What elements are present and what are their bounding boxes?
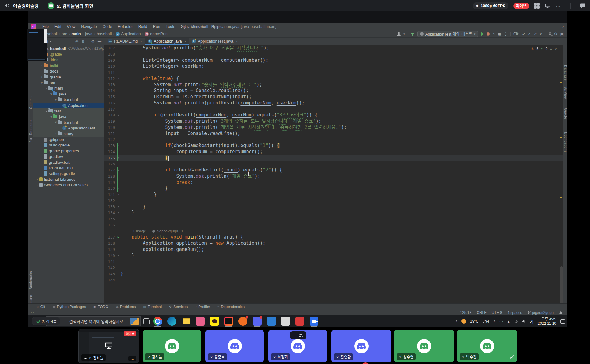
menu-refactor[interactable]: Refactor [115, 24, 136, 29]
stream-tile[interactable]: 라이브2. 김하늘… [78, 329, 139, 363]
expanded-arrow-icon[interactable]: ∨ [54, 98, 58, 101]
code-line[interactable]: 116 System.out.println(printResult(compu… [104, 100, 563, 106]
collapsed-arrow-icon[interactable]: › [40, 75, 44, 78]
build-hammer-icon[interactable] [411, 32, 415, 36]
breadcrumb-item[interactable]: src [62, 32, 67, 36]
ime-indicator[interactable]: 가 [530, 318, 534, 324]
code-line[interactable]: 129 break; [104, 180, 563, 186]
code-line[interactable]: 130∧ } [104, 185, 563, 192]
taskbar-search-input[interactable]: 검색하려면 여기에 입력하십시오 [46, 316, 141, 326]
tile-more-button[interactable]: … [128, 356, 136, 361]
code-line[interactable]: 140∧ } [104, 253, 563, 259]
expanded-arrow-icon[interactable]: ∨ [49, 92, 53, 95]
volume-icon[interactable] [522, 319, 526, 324]
menu-edit[interactable]: Edit [52, 24, 64, 29]
fold-marker-icon[interactable]: ∨ [116, 112, 120, 118]
tree-item-external-libraries[interactable]: ›External Libraries [33, 176, 104, 182]
fold-marker-icon[interactable]: ∨ [116, 143, 120, 149]
file-explorer-icon[interactable] [182, 317, 191, 326]
code-line[interactable]: 120 System.out.println("게임을 새로 시작하려면 1, … [104, 125, 563, 131]
streamer-avatar[interactable] [48, 2, 54, 9]
code-line[interactable]: 121 input = Console.readLine(); [104, 131, 563, 137]
code-editor[interactable]: 107 System.out.println("숫자 야구 게임을 시작합니다.… [104, 45, 563, 303]
run-button[interactable] [481, 32, 484, 36]
code-line[interactable]: 113 System.out.print("숫자를 입력해주세요 : "); [104, 82, 563, 88]
stripe-sciview[interactable]: SciView [564, 87, 567, 99]
collapse-all-icon[interactable]: ⇅ [82, 39, 85, 44]
code-line[interactable]: 137▶ public static void main(String[] ar… [104, 234, 563, 240]
tree-item-main[interactable]: ∨main [33, 86, 104, 91]
close-tab-icon[interactable]: × [184, 40, 186, 43]
code-line[interactable]: 112∨ while(true) { [104, 76, 563, 82]
code-line[interactable]: 132 [104, 198, 563, 204]
tree-item-settings-gradle[interactable]: settings.gradle [33, 171, 104, 176]
blue-app-icon[interactable] [267, 317, 276, 326]
search-icon[interactable] [549, 32, 551, 35]
tray-chevron[interactable]: ∧ [493, 320, 495, 323]
code-line[interactable]: 117 [104, 106, 563, 112]
error-stripe-mark[interactable] [560, 82, 562, 83]
tree-item-gradle[interactable]: ›gradle [33, 74, 104, 80]
tree-item-study[interactable]: ›study [33, 131, 104, 137]
run-configuration-select[interactable]: ApplicationTest.예외_테스트▾ [417, 31, 478, 37]
participants-collapse-pill[interactable]: ⌄ [290, 331, 306, 339]
participant-tile[interactable]: 2. 전승환 [331, 330, 391, 362]
line-ending-indicator[interactable]: CRLF [477, 311, 486, 315]
code-line[interactable]: 133∧ } [104, 204, 563, 210]
code-line[interactable]: 114 String input = Console.readLine(); [104, 88, 563, 94]
video-call-icon[interactable] [310, 317, 318, 326]
code-line[interactable]: 135 [104, 216, 563, 222]
code-line[interactable]: 136 [104, 222, 563, 228]
collapsed-arrow-icon[interactable]: › [40, 64, 44, 67]
tab-readme-md[interactable]: MDREADME.md× [105, 38, 145, 45]
code-line[interactable]: 122 [104, 137, 563, 143]
code-line[interactable]: 138 Application application = new Applic… [104, 240, 563, 247]
code-line[interactable]: 131∧ } [104, 192, 563, 198]
task-view-icon[interactable] [143, 318, 149, 324]
weather-desc[interactable]: 맑음 [483, 319, 489, 324]
code-line[interactable]: 118∨ if(printResult(computerNum, userNum… [104, 112, 563, 118]
tree-item-java[interactable]: ∨java [33, 91, 104, 97]
orange-app-icon[interactable] [238, 317, 247, 326]
stripe-gradle[interactable]: Gradle [564, 108, 567, 119]
code-line[interactable]: 126 [104, 161, 563, 167]
menu-tools[interactable]: Tools [163, 24, 178, 29]
toolwindow-problems[interactable]: ⚠Problems [116, 305, 136, 309]
toolwindow-git[interactable]: ◇Git [36, 305, 45, 309]
fold-marker-icon[interactable]: ∨ [116, 76, 120, 82]
fold-marker-icon[interactable]: ∨ [116, 167, 120, 173]
breadcrumb-item[interactable]: main [71, 32, 81, 36]
fold-marker-icon[interactable]: ∧ [116, 204, 120, 210]
tree-item-baseball[interactable]: ∨baseball [33, 120, 104, 125]
tree-item-applicationtest[interactable]: CApplicationTest [33, 125, 104, 131]
more-actions-icon[interactable]: ⋮ [504, 32, 508, 36]
weather-temp[interactable]: 19°C [470, 319, 478, 324]
edge-icon[interactable] [167, 317, 176, 326]
menu-view[interactable]: View [64, 24, 78, 29]
inspections-widget[interactable]: ⚠5 ≈9 ∧ ∨ [531, 47, 557, 51]
toolwindow-todo[interactable]: ▣TODO [93, 305, 108, 309]
debug-button[interactable] [487, 32, 490, 36]
notifications-bell-icon[interactable] [559, 311, 563, 315]
code-line[interactable]: 107 System.out.println("숫자 야구 게임을 시작합니다.… [104, 45, 563, 51]
tree-item-gradle-properties[interactable]: gradle.properties [33, 148, 104, 154]
display-icon[interactable]: ▭ [499, 319, 503, 323]
tab-applicationtest-java[interactable]: CApplicationTest.java× [189, 38, 240, 45]
tree-item-application[interactable]: CApplication [33, 103, 104, 108]
chat-icon[interactable] [580, 3, 586, 9]
fold-marker-icon[interactable]: ∧ [116, 185, 120, 192]
code-line[interactable]: 143} [104, 271, 563, 277]
editor-scrollbar[interactable] [560, 266, 563, 303]
tree-item-test[interactable]: ∨test [33, 108, 104, 114]
tree-item-scratches-and-consoles[interactable]: ›Scratches and Consoles [33, 182, 104, 188]
git-branch[interactable]: pigeon2gugu [528, 311, 554, 315]
toolwindow-dependencies[interactable]: ≡Dependencies [217, 305, 245, 309]
taskbar-clock[interactable]: 오후 4:45 2022-11-10 [538, 317, 557, 326]
stripe-bookmarks[interactable]: Bookmarks [29, 271, 32, 290]
indent-indicator[interactable]: 4 spaces [508, 311, 522, 315]
breadcrumb-item[interactable]: java [85, 32, 92, 36]
collapsed-arrow-icon[interactable]: › [54, 132, 58, 135]
minimize-button[interactable]: – [541, 24, 543, 29]
tab-application-java[interactable]: CApplication.java× [145, 38, 189, 45]
git-push-icon[interactable]: ↗ [534, 32, 537, 36]
